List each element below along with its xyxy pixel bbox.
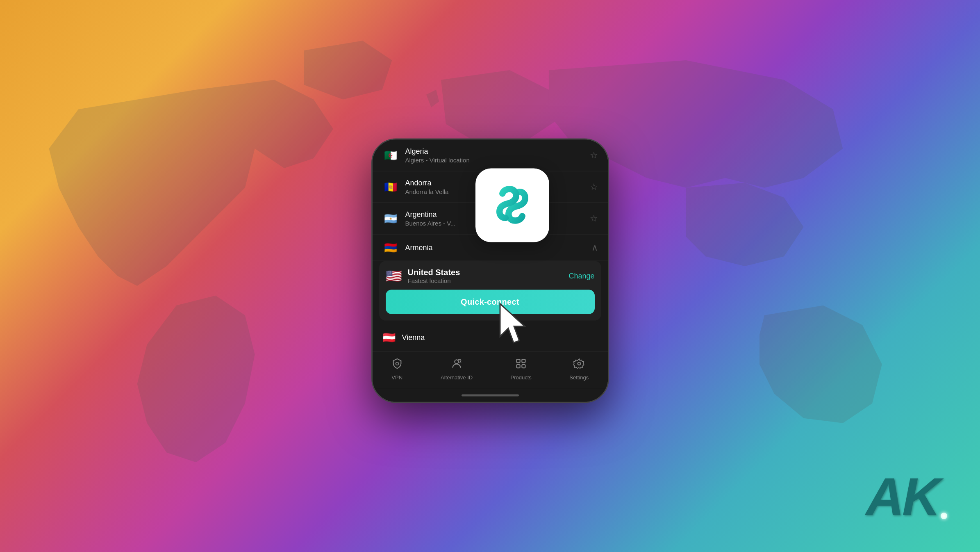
- alternative-id-icon: [451, 358, 462, 372]
- svg-rect-4: [522, 359, 525, 363]
- phone-wrapper: 🇩🇿 Algeria Algiers - Virtual location ☆ …: [371, 139, 609, 403]
- quick-connect-panel: 🇺🇸 United States Fastest location Change…: [379, 261, 601, 321]
- country-name-algeria: Algeria: [405, 147, 590, 156]
- nav-item-alternative-id[interactable]: Alternative ID: [432, 356, 481, 382]
- alternative-id-label: Alternative ID: [441, 374, 473, 381]
- star-icon-algeria[interactable]: ☆: [590, 150, 598, 161]
- settings-icon: [573, 358, 585, 372]
- star-icon-argentina[interactable]: ☆: [590, 213, 598, 224]
- location-country: United States: [408, 268, 569, 277]
- flag-us: 🇺🇸: [386, 268, 402, 284]
- svg-rect-6: [522, 365, 525, 368]
- watermark: AK: [866, 466, 947, 527]
- svg-point-7: [578, 362, 580, 365]
- location-subtitle: Fastest location: [408, 277, 569, 284]
- star-icon-andorra[interactable]: ☆: [590, 182, 598, 192]
- phone-screen: 🇩🇿 Algeria Algiers - Virtual location ☆ …: [373, 140, 608, 402]
- vpn-label: VPN: [391, 374, 402, 381]
- country-info-armenia: Armenia: [405, 243, 591, 252]
- phone: 🇩🇿 Algeria Algiers - Virtual location ☆ …: [371, 139, 609, 403]
- svg-rect-3: [517, 359, 520, 363]
- bottom-nav: VPN Alternative ID: [373, 352, 608, 389]
- app-logo-overlay: [475, 169, 549, 242]
- flag-armenia: 🇦🇲: [382, 242, 399, 253]
- change-button[interactable]: Change: [568, 271, 594, 280]
- flag-argentina: 🇦🇷: [382, 213, 399, 224]
- surfshark-logo-svg: [490, 183, 535, 228]
- country-info-algeria: Algeria Algiers - Virtual location: [405, 147, 590, 164]
- location-row: 🇺🇸 United States Fastest location Change: [386, 268, 595, 284]
- svg-point-0: [396, 362, 398, 365]
- nav-item-products[interactable]: Products: [503, 356, 540, 382]
- settings-label: Settings: [569, 374, 589, 381]
- flag-andorra: 🇦🇩: [382, 181, 399, 193]
- country-item-algeria[interactable]: 🇩🇿 Algeria Algiers - Virtual location ☆: [373, 140, 608, 171]
- expand-icon-armenia[interactable]: ∧: [591, 242, 598, 253]
- country-name-armenia: Armenia: [405, 243, 591, 252]
- products-label: Products: [511, 374, 532, 381]
- flag-austria: 🇦🇹: [382, 331, 396, 344]
- home-bar: [462, 394, 519, 396]
- vienna-city-name: Vienna: [402, 333, 598, 342]
- quick-connect-button[interactable]: Quick-connect: [386, 290, 595, 314]
- nav-item-vpn[interactable]: VPN: [383, 356, 411, 382]
- products-icon: [515, 358, 527, 372]
- country-city-algeria: Algiers - Virtual location: [405, 157, 590, 164]
- location-text: United States Fastest location: [408, 268, 569, 284]
- home-indicator: [373, 389, 608, 402]
- country-list: 🇩🇿 Algeria Algiers - Virtual location ☆ …: [373, 140, 608, 352]
- vpn-icon: [391, 358, 403, 372]
- country-item-austria[interactable]: 🇦🇹 Vienna: [373, 324, 608, 352]
- flag-algeria: 🇩🇿: [382, 150, 399, 161]
- nav-item-settings[interactable]: Settings: [561, 356, 597, 382]
- svg-rect-5: [517, 365, 520, 368]
